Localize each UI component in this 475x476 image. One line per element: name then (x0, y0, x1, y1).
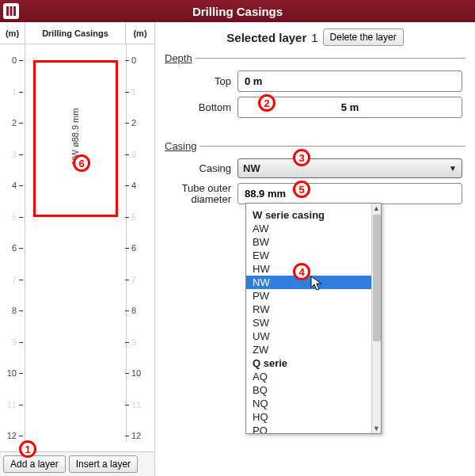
ruler-tick: 2 (0, 118, 23, 128)
top-label: Top (168, 75, 231, 87)
casing-combo[interactable]: NW ▼ (238, 158, 462, 178)
layers-panel: (m) Drilling Casings (m) 012345678910111… (0, 22, 155, 476)
ruler-tick: 1 (0, 87, 23, 97)
ruler-right: 0123456789101112 (126, 44, 154, 442)
window-title: Drilling Casings (0, 5, 475, 18)
bottom-label: Bottom (168, 101, 231, 113)
top-input[interactable] (238, 70, 462, 92)
dropdown-item[interactable]: NW (246, 276, 381, 289)
ruler-tick: 9 (125, 337, 153, 347)
casing-combo-value: NW (243, 162, 260, 174)
dropdown-item[interactable]: Q serie (246, 356, 381, 370)
dropdown-item[interactable]: EW (246, 249, 381, 262)
ruler-tick: 11 (0, 400, 23, 409)
ruler-tick: 6 (125, 243, 153, 253)
ruler-tick: 11 (125, 400, 153, 409)
ruler-tick: 5 (0, 212, 23, 222)
ruler-tick: 12 (0, 431, 23, 440)
dropdown-item[interactable]: AQ (246, 370, 381, 383)
scroll-up-icon[interactable]: ▲ (372, 204, 381, 212)
diameter-input[interactable] (238, 183, 462, 204)
casing-combo-label: Casing (168, 162, 231, 174)
dropdown-item[interactable]: SW (246, 316, 381, 329)
add-layer-button[interactable]: Add a layer (3, 455, 66, 473)
ruler-left: 0123456789101112 (0, 44, 25, 442)
insert-layer-button[interactable]: Insert a layer (69, 455, 138, 473)
ruler-tick: 3 (0, 150, 23, 159)
selected-layer-label: Selected layer (226, 31, 306, 44)
bottom-input[interactable] (238, 97, 462, 118)
depth-legend: Depth (165, 52, 196, 64)
casing-legend: Casing (165, 140, 200, 152)
depth-section: Depth Top Bottom (165, 52, 466, 126)
ruler-tick: 8 (125, 306, 153, 315)
dropdown-item[interactable]: UW (246, 329, 381, 343)
ruler-tick: 4 (0, 181, 23, 190)
dropdown-item[interactable]: PQ (246, 424, 381, 433)
casing-layer-label: NW ø88.9 mm (70, 109, 80, 165)
columns-header: (m) Drilling Casings (m) (0, 22, 154, 44)
ruler-tick: 3 (125, 150, 153, 159)
ruler-tick: 10 (0, 368, 23, 378)
dropdown-item[interactable]: NQ (246, 397, 381, 410)
right-ruler-header: (m) (126, 22, 154, 44)
dropdown-item[interactable]: BW (246, 235, 381, 249)
chevron-down-icon: ▼ (449, 164, 457, 173)
dropdown-item[interactable]: HQ (246, 410, 381, 424)
ruler-tick: 4 (125, 181, 153, 190)
selected-layer-index: 1 (311, 31, 317, 44)
ruler-tick: 6 (0, 243, 23, 253)
delete-layer-button[interactable]: Delete the layer (323, 29, 404, 46)
casing-dropdown[interactable]: PVC casing W serie casingAWBWEWHWNWPWRWS… (245, 203, 382, 434)
selected-layer-row: Selected layer 1 Delete the layer (165, 29, 466, 46)
ruler-tick: 7 (0, 275, 23, 284)
casing-column[interactable]: NW ø88.9 mm (25, 44, 126, 442)
dropdown-item[interactable]: PW (246, 289, 381, 303)
layer-buttons-row: Add a layer Insert a layer (0, 451, 154, 476)
scroll-thumb[interactable] (373, 215, 381, 341)
ruler-tick: 1 (125, 87, 153, 97)
dropdown-item[interactable]: BQ (246, 383, 381, 397)
ruler-tick: 9 (0, 337, 23, 347)
dropdown-item[interactable]: RW (246, 303, 381, 316)
ruler-tick: 7 (125, 275, 153, 284)
dropdown-list[interactable]: PVC casing W serie casingAWBWEWHWNWPWRWS… (246, 204, 381, 433)
svg-rect-2 (13, 6, 16, 16)
ruler-tick: 0 (0, 55, 23, 65)
diameter-label: Tube outer diameter (168, 183, 231, 205)
casing-column-header: Drilling Casings (25, 22, 126, 44)
scroll-down-icon[interactable]: ▼ (372, 425, 381, 432)
svg-rect-0 (6, 6, 9, 16)
depth-view: 0123456789101112 NW ø88.9 mm 01234567891… (0, 44, 154, 442)
ruler-tick: 0 (125, 55, 153, 65)
svg-rect-1 (10, 6, 13, 16)
dropdown-item[interactable]: HW (246, 262, 381, 276)
dropdown-scrollbar[interactable]: ▲ ▼ (371, 204, 381, 433)
left-ruler-header: (m) (0, 22, 25, 44)
ruler-tick: 2 (125, 118, 153, 128)
ruler-tick: 12 (125, 431, 153, 440)
dropdown-item[interactable]: W serie casing (246, 208, 381, 222)
ruler-tick: 8 (0, 306, 23, 315)
dropdown-item[interactable]: AW (246, 222, 381, 235)
ruler-tick: 10 (125, 368, 153, 378)
title-bar: Drilling Casings (0, 0, 475, 22)
app-icon (3, 3, 19, 19)
dropdown-item[interactable]: ZW (246, 343, 381, 356)
ruler-tick: 5 (125, 212, 153, 222)
